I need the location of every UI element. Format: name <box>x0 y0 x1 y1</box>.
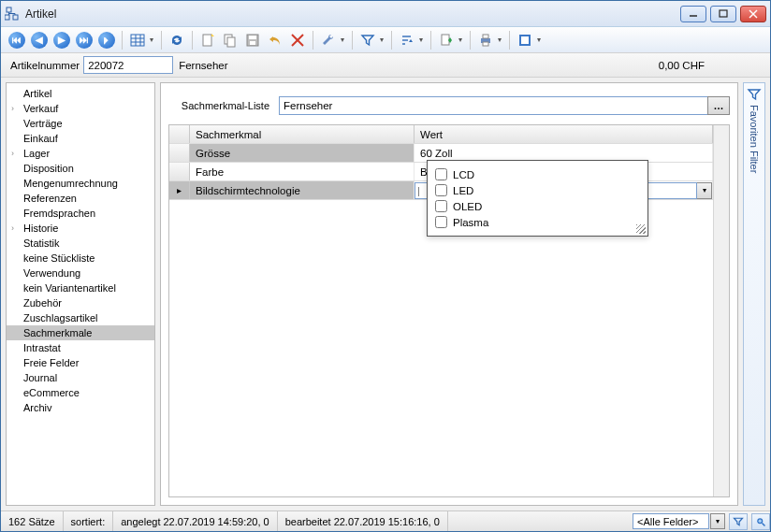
save-button[interactable] <box>242 30 263 50</box>
sort-dropdown[interactable]: ▾ <box>419 36 426 44</box>
layout-dropdown[interactable]: ▾ <box>537 36 544 44</box>
row-header[interactable]: ▸ <box>169 181 190 199</box>
sidebar-item-label: Zuschlagsartikel <box>23 312 97 324</box>
dropdown-option[interactable]: LED <box>435 182 640 198</box>
sidebar-item-label: Verwendung <box>23 267 80 279</box>
sidebar-item-label: kein Variantenartikel <box>23 282 116 294</box>
row-header[interactable] <box>169 144 190 162</box>
sidebar-item[interactable]: Disposition <box>7 161 154 176</box>
filter-button[interactable] <box>357 30 378 50</box>
table-view-dropdown[interactable]: ▾ <box>150 36 156 44</box>
sidebar-item[interactable]: Fremdsprachen <box>7 206 154 221</box>
col-header[interactable]: Sachmerkmal <box>190 125 415 143</box>
sidebar-item[interactable]: Zubehör <box>7 295 154 310</box>
filter-dropdown[interactable]: ▾ <box>380 36 386 44</box>
status-filter-button[interactable] <box>729 513 748 530</box>
svg-rect-28 <box>483 35 488 38</box>
layout-button[interactable] <box>515 30 535 50</box>
print-button[interactable] <box>475 30 496 50</box>
svg-rect-17 <box>227 37 235 47</box>
table-view-button[interactable] <box>127 30 148 50</box>
status-combo[interactable]: <Alle Felder> <box>633 513 709 529</box>
refresh-button[interactable] <box>167 30 187 50</box>
sidebar-item[interactable]: ›Lager <box>7 146 154 161</box>
article-number-input[interactable] <box>83 56 173 74</box>
nav-first-button[interactable]: ⏮ <box>7 30 27 50</box>
filter-icon <box>747 87 762 102</box>
dropdown-option[interactable]: OLED <box>435 198 640 214</box>
status-sorted: sortiert: <box>64 511 114 531</box>
sidebar-item[interactable]: Verwendung <box>7 266 154 280</box>
svg-rect-0 <box>7 7 11 12</box>
sidebar-item[interactable]: keine Stückliste <box>7 251 154 266</box>
sidebar-item[interactable]: Archiv <box>7 400 154 415</box>
main-panel: Sachmerkmal-Liste … SachmerkmalWertGröss… <box>160 82 738 506</box>
option-checkbox[interactable] <box>435 168 447 180</box>
sidebar-item[interactable]: ›Verkauf <box>7 101 154 116</box>
maximize-button[interactable] <box>710 6 736 22</box>
sidebar-item-label: Verträge <box>23 118 63 129</box>
svg-point-33 <box>759 519 762 522</box>
dropdown-toggle[interactable]: ▾ <box>697 182 712 199</box>
ellipsis-button[interactable]: … <box>707 96 730 115</box>
svg-rect-1 <box>5 15 9 20</box>
grid-scrollbar[interactable] <box>713 125 729 496</box>
row-header[interactable] <box>169 163 190 180</box>
attr-name-cell[interactable]: Grösse <box>190 144 415 162</box>
attr-name-cell[interactable]: Bildschirmtechnologie <box>190 181 415 199</box>
dropdown-option[interactable]: LCD <box>435 166 640 182</box>
sidebar-item[interactable]: eCommerce <box>7 385 154 400</box>
sidebar-item[interactable]: Intrastat <box>7 340 154 355</box>
chevron-icon: › <box>11 104 14 113</box>
export-button[interactable] <box>436 30 457 50</box>
svg-rect-29 <box>483 42 488 46</box>
delete-button[interactable] <box>287 30 308 50</box>
option-checkbox[interactable] <box>435 184 447 196</box>
favorites-filter-panel[interactable]: Favoriten Filter <box>743 82 765 506</box>
sidebar[interactable]: Artikel›VerkaufVerträgeEinkauf›LagerDisp… <box>6 82 155 506</box>
new-button[interactable] <box>197 30 218 50</box>
sidebar-item[interactable]: Einkauf <box>7 131 154 146</box>
sidebar-item[interactable]: Verträge <box>7 116 154 131</box>
tools-button[interactable] <box>318 30 339 50</box>
sidebar-item-label: Referenzen <box>23 193 77 204</box>
sidebar-item[interactable]: Zuschlagsartikel <box>7 310 154 325</box>
nav-last-button[interactable]: ⏭ <box>74 30 95 50</box>
sidebar-item-label: Disposition <box>23 163 74 174</box>
resize-handle[interactable] <box>635 223 647 235</box>
sidebar-item[interactable]: Mengenumrechnung <box>7 176 154 191</box>
status-search-button[interactable] <box>751 513 770 530</box>
attr-name-cell[interactable]: Farbe <box>190 163 415 180</box>
status-combo-dropdown[interactable]: ▾ <box>710 513 725 529</box>
svg-rect-19 <box>249 36 256 39</box>
nav-last-alt-button[interactable]: ⏵ <box>96 30 117 50</box>
close-button[interactable] <box>740 6 766 22</box>
dropdown-option[interactable]: Plasma <box>435 214 640 230</box>
export-dropdown[interactable]: ▾ <box>458 36 465 44</box>
nav-prev-button[interactable]: ◀ <box>29 30 50 50</box>
sidebar-item[interactable]: Journal <box>7 370 154 385</box>
sidebar-item-label: Statistik <box>23 237 60 249</box>
sidebar-item[interactable]: Statistik <box>7 236 154 251</box>
sidebar-item[interactable]: Freie Felder <box>7 355 154 370</box>
sidebar-item[interactable]: Sachmerkmale <box>7 325 154 340</box>
col-header[interactable]: Wert <box>415 125 713 143</box>
print-dropdown[interactable]: ▾ <box>498 36 504 44</box>
nav-next-button[interactable]: ▶ <box>51 30 72 50</box>
merkmal-list-input[interactable] <box>279 96 708 115</box>
sort-button[interactable] <box>397 30 417 50</box>
sidebar-item[interactable]: ›Historie <box>7 221 154 236</box>
minimize-button[interactable] <box>680 6 706 22</box>
value-dropdown[interactable]: LCDLEDOLEDPlasma <box>427 160 648 237</box>
sidebar-item-label: Lager <box>23 148 50 159</box>
app-window: Artikel ⏮ ◀ ▶ ⏭ ⏵ ▾ ▾ ▾ ▾ ▾ <box>0 0 771 532</box>
option-checkbox[interactable] <box>435 216 447 228</box>
copy-button[interactable] <box>220 30 240 50</box>
sidebar-item[interactable]: kein Variantenartikel <box>7 280 154 295</box>
info-bar: Artikelnummer Fernseher 0,00 CHF <box>1 53 770 78</box>
tools-dropdown[interactable]: ▾ <box>341 36 347 44</box>
undo-button[interactable] <box>265 30 285 50</box>
sidebar-item[interactable]: Artikel <box>7 86 154 101</box>
option-checkbox[interactable] <box>435 200 447 212</box>
sidebar-item[interactable]: Referenzen <box>7 191 154 206</box>
